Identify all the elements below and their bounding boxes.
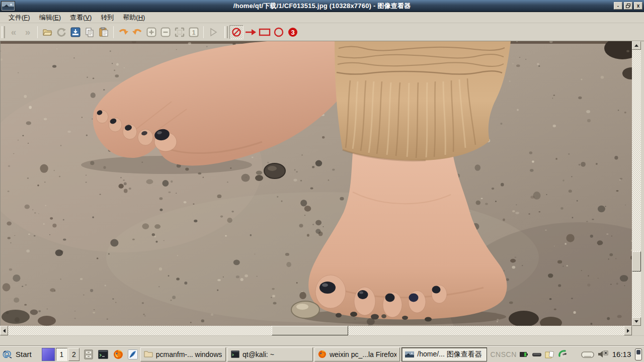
back-button[interactable]: «: [7, 25, 21, 39]
refresh-button[interactable]: [54, 25, 68, 39]
status-strip: [0, 335, 644, 346]
start-swirl-icon: [2, 349, 13, 359]
show-desktop-button[interactable]: [635, 348, 642, 360]
svg-text:3: 3: [291, 28, 294, 36]
zoom-in-button[interactable]: [144, 25, 158, 39]
arrow-annotation-icon: [245, 28, 257, 36]
task-label: weixin pc_...la Firefox: [330, 350, 396, 358]
copy-button[interactable]: [83, 25, 97, 39]
arrow-annotation-button[interactable]: [244, 25, 258, 39]
taskbar-clock[interactable]: 16:13: [612, 350, 631, 358]
task-label: pcmanfm-... windows: [156, 350, 222, 358]
menu-help[interactable]: 帮助(H): [118, 12, 149, 23]
scroll-left-button[interactable]: [0, 326, 8, 335]
scrollbar-corner: [632, 326, 641, 335]
window-right-margin: [641, 41, 644, 335]
task-terminal[interactable]: qt@kali: ~: [227, 347, 313, 361]
back-icon: «: [11, 27, 17, 37]
rectangle-annotation-icon: [259, 28, 271, 36]
task-firefox[interactable]: weixin pc_...la Firefox: [314, 347, 400, 361]
circle-annotation-icon: [274, 27, 284, 37]
firefox-icon: [318, 350, 327, 358]
paste-button[interactable]: [97, 25, 111, 39]
editor-launcher[interactable]: [127, 348, 138, 360]
fit-window-button[interactable]: [173, 25, 187, 39]
toolbar-separator: [113, 26, 114, 38]
terminal-icon: [98, 350, 108, 359]
counter-badge-button[interactable]: 3: [286, 25, 300, 39]
restore-icon: [626, 4, 630, 8]
clipboard-tray-icon[interactable]: [545, 350, 555, 359]
drive-tray-icon[interactable]: [581, 350, 594, 358]
task-image-viewer[interactable]: /home/... 图像查看器: [401, 347, 487, 361]
close-button[interactable]: x: [634, 2, 642, 10]
slideshow-play-button[interactable]: [206, 25, 220, 39]
up-arrow-icon: [634, 44, 638, 47]
menu-file[interactable]: 文件(F): [4, 12, 35, 23]
menu-edit[interactable]: 编辑(E): [35, 12, 65, 23]
image-viewport[interactable]: [0, 41, 632, 326]
zoom-in-icon: [146, 27, 156, 37]
titlebar[interactable]: /home/qt/下载/1/CF013515.jpg (10328x7760) …: [0, 0, 644, 12]
battery-tray-icon[interactable]: [520, 351, 529, 358]
fit-window-icon: [175, 27, 185, 37]
zoom-out-icon: [160, 27, 171, 37]
photo-canvas: [1, 41, 632, 326]
right-arrow-icon: [627, 329, 629, 333]
zoom-out-button[interactable]: [158, 25, 173, 39]
actual-size-button[interactable]: 1: [187, 25, 201, 39]
toolbar: « »: [0, 23, 644, 41]
file-manager-launcher[interactable]: [83, 348, 94, 360]
menu-go[interactable]: 转到: [96, 12, 118, 23]
save-button[interactable]: [68, 25, 83, 39]
toolbar-separator: [203, 26, 204, 38]
save-icon: [70, 27, 80, 37]
vertical-scroll-thumb[interactable]: [632, 251, 641, 272]
rotate-cw-button[interactable]: [116, 25, 130, 39]
toolbar-grip[interactable]: [2, 26, 5, 38]
scroll-down-button[interactable]: [632, 317, 641, 326]
desktop-screen: /home/qt/下载/1/CF013515.jpg (10328x7760) …: [0, 0, 644, 362]
circle-annotation-button[interactable]: [272, 25, 286, 39]
feather-pen-icon: [128, 349, 138, 359]
firefox-launcher[interactable]: [112, 348, 124, 360]
file-cabinet-icon: [84, 349, 94, 359]
horizontal-scrollbar[interactable]: [0, 326, 632, 335]
restore-button[interactable]: [624, 2, 632, 10]
scroll-right-button[interactable]: [624, 326, 632, 335]
firefox-icon: [113, 349, 123, 359]
task-label: /home/... 图像查看器: [417, 350, 481, 359]
svg-text:1: 1: [192, 29, 196, 36]
refresh-icon: [56, 27, 66, 37]
image-thumbnail-icon: [405, 351, 414, 358]
open-file-button[interactable]: [40, 25, 54, 39]
forward-icon: »: [25, 27, 31, 37]
pant-cuff: [335, 41, 511, 161]
scroll-up-button[interactable]: [632, 41, 641, 50]
menu-view[interactable]: 查看(V): [65, 12, 96, 23]
phone-tray-icon[interactable]: [558, 350, 568, 359]
down-arrow-icon: [634, 320, 638, 323]
task-pcmanfm[interactable]: pcmanfm-... windows: [140, 347, 226, 361]
rectangle-annotation-button[interactable]: [258, 25, 272, 39]
no-entry-tool-button[interactable]: [229, 25, 244, 39]
horizontal-scroll-thumb[interactable]: [272, 326, 348, 335]
rotate-ccw-button[interactable]: [130, 25, 144, 39]
open-folder-icon: [42, 28, 52, 37]
workspace-pager[interactable]: [42, 348, 55, 361]
volume-muted-icon[interactable]: [597, 350, 608, 358]
folder-icon: [144, 350, 153, 358]
toolbar-grip[interactable]: [224, 26, 228, 38]
start-button[interactable]: Start: [0, 347, 36, 361]
vertical-scrollbar[interactable]: [632, 41, 641, 326]
workspace-2-button[interactable]: 2: [68, 348, 80, 361]
minimize-button[interactable]: -: [614, 2, 622, 10]
forward-button[interactable]: »: [21, 25, 35, 39]
workspace-1-button[interactable]: 1: [56, 348, 67, 361]
viewer-content: [0, 41, 644, 346]
paste-icon: [99, 27, 109, 37]
terminal-launcher[interactable]: [98, 348, 109, 360]
task-label: qt@kali: ~: [243, 350, 274, 358]
keyboard-tray-icon[interactable]: [532, 351, 542, 357]
toolbar-separator: [37, 26, 38, 38]
